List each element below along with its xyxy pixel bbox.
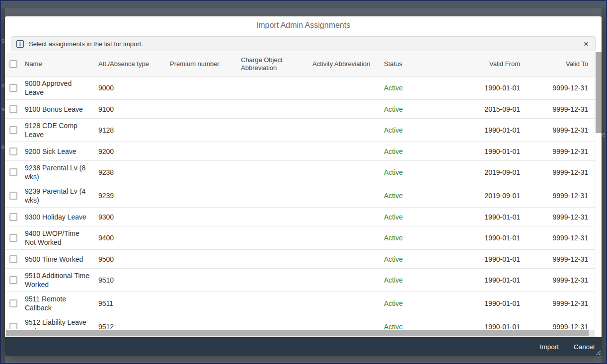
cell-name: 9400 LWOP/Time Not Worked: [25, 226, 98, 249]
row-checkbox[interactable]: [9, 255, 17, 263]
cell-name: 9300 Holiday Leave: [25, 210, 98, 224]
cell-premium-number: [170, 128, 241, 133]
dialog-resize-handle[interactable]: [595, 350, 601, 355]
cell-premium-number: [170, 215, 241, 219]
cell-activity-abbreviation: [312, 278, 384, 283]
cell-premium-number: [170, 257, 241, 262]
cell-premium-number: [170, 170, 241, 175]
cell-activity-abbreviation: [312, 301, 384, 306]
cell-valid-from: 1990-01-01: [449, 273, 520, 287]
vertical-scrollbar-thumb[interactable]: [596, 52, 602, 133]
row-checkbox[interactable]: [9, 105, 17, 113]
cell-valid-to: 9999-12-31: [520, 210, 588, 224]
cell-valid-to: 9999-12-31: [520, 81, 588, 95]
cell-premium-number: [170, 149, 241, 154]
cell-att-absence-type: 9511: [98, 296, 170, 310]
table-row[interactable]: 9100 Bonus Leave 9100 Active 2015-09-01 …: [5, 100, 595, 119]
cell-valid-to: 9999-12-31: [520, 102, 588, 116]
information-icon: i: [16, 40, 24, 48]
row-checkbox[interactable]: [9, 234, 17, 242]
row-checkbox[interactable]: [9, 84, 17, 92]
cell-valid-from: 1990-01-01: [449, 145, 520, 158]
cell-charge-object-abbreviation: [241, 107, 312, 112]
cell-att-absence-type: 9400: [98, 231, 170, 245]
table-row[interactable]: 9510 Additional Time Worked 9510 Active …: [5, 269, 595, 292]
select-all-checkbox[interactable]: [9, 60, 17, 68]
column-header-premium: Premium number: [170, 60, 241, 68]
row-checkbox[interactable]: [9, 192, 17, 200]
table-row[interactable]: 9200 Sick Leave 9200 Active 1990-01-01 9…: [5, 142, 595, 161]
vertical-scrollbar[interactable]: [595, 52, 602, 329]
column-header-name: Name: [25, 60, 98, 68]
row-select-cell: [5, 192, 25, 200]
cell-activity-abbreviation: [312, 235, 384, 240]
cell-charge-object-abbreviation: [241, 128, 312, 133]
table-row[interactable]: 9128 CDE Comp Leave 9128 Active 1990-01-…: [5, 119, 595, 142]
row-checkbox[interactable]: [9, 213, 17, 221]
cell-premium-number: [170, 85, 241, 90]
cell-name: 9000 Approved Leave: [25, 76, 98, 99]
cell-premium-number: [170, 278, 241, 283]
row-checkbox[interactable]: [9, 299, 17, 307]
cell-charge-object-abbreviation: [241, 324, 312, 329]
cell-status: Active: [384, 165, 449, 179]
cell-status: Active: [384, 145, 449, 158]
cell-premium-number: [170, 301, 241, 306]
cell-att-absence-type: 9510: [98, 273, 170, 287]
cancel-button[interactable]: Cancel: [574, 343, 595, 351]
cell-valid-to: 9999-12-31: [520, 189, 588, 203]
backdrop-text-fragment: e: [602, 131, 606, 138]
cell-valid-to: 9999-12-31: [520, 165, 588, 179]
table-row[interactable]: 9511 Remote Callback 9511 Active 1990-01…: [5, 292, 595, 315]
horizontal-scrollbar-thumb[interactable]: [6, 330, 589, 336]
cell-att-absence-type: 9000: [98, 81, 170, 95]
cell-att-absence-type: 9512: [98, 320, 170, 329]
cell-valid-from: 1990-01-01: [449, 320, 520, 329]
row-checkbox[interactable]: [9, 147, 17, 155]
cell-activity-abbreviation: [312, 85, 384, 90]
table-row[interactable]: 9238 Parental Lv (8 wks) 9238 Active 201…: [5, 161, 595, 184]
table-row[interactable]: 9500 Time Worked 9500 Active 1990-01-01 …: [5, 250, 595, 269]
row-checkbox[interactable]: [9, 168, 17, 176]
close-icon[interactable]: ×: [582, 40, 590, 48]
horizontal-scrollbar[interactable]: [6, 330, 595, 337]
row-select-cell: [5, 84, 25, 92]
cell-status: Active: [384, 123, 449, 137]
row-select-cell: [5, 323, 25, 329]
cell-status: Active: [384, 273, 449, 287]
row-checkbox[interactable]: [9, 126, 17, 134]
cell-valid-to: 9999-12-31: [520, 296, 588, 310]
column-header-att-absence: Att./Absence type: [98, 60, 170, 68]
backdrop-app-header: [1, 1, 606, 8]
cell-att-absence-type: 9500: [98, 252, 170, 266]
cell-valid-from: 1990-01-01: [449, 231, 520, 245]
table-row[interactable]: 9000 Approved Leave 9000 Active 1990-01-…: [5, 76, 595, 100]
cell-charge-object-abbreviation: [241, 215, 312, 219]
table-body: 9000 Approved Leave 9000 Active 1990-01-…: [5, 76, 595, 329]
cell-name: 9238 Parental Lv (8 wks): [25, 161, 98, 184]
cell-valid-from: 1990-01-01: [449, 123, 520, 137]
import-admin-assignments-dialog: Import Admin Assignments i Select assign…: [5, 16, 602, 356]
cell-activity-abbreviation: [312, 215, 384, 219]
cell-activity-abbreviation: [312, 257, 384, 262]
cell-charge-object-abbreviation: [241, 149, 312, 154]
table-row[interactable]: 9300 Holiday Leave 9300 Active 1990-01-0…: [5, 208, 595, 226]
row-checkbox[interactable]: [9, 276, 17, 284]
cell-valid-from: 1990-01-01: [449, 252, 520, 266]
row-checkbox[interactable]: [9, 323, 17, 329]
cell-status: Active: [384, 189, 449, 203]
cell-valid-from: 2019-09-01: [449, 189, 520, 203]
cell-att-absence-type: 9239: [98, 189, 170, 203]
cell-name: 9512 Liability Leave Makeup: [25, 315, 98, 329]
table-row[interactable]: 9400 LWOP/Time Not Worked 9400 Active 19…: [5, 226, 595, 250]
cell-name: 9511 Remote Callback: [25, 292, 98, 315]
cell-valid-from: 1990-01-01: [449, 81, 520, 95]
table-row[interactable]: 9239 Parental Lv (4 wks) 9239 Active 201…: [5, 184, 595, 208]
import-button[interactable]: Import: [540, 343, 559, 351]
dialog-title: Import Admin Assignments: [5, 16, 602, 34]
row-select-cell: [5, 126, 25, 134]
row-select-cell: [5, 105, 25, 113]
cell-name: 9239 Parental Lv (4 wks): [25, 184, 98, 207]
table-row[interactable]: 9512 Liability Leave Makeup 9512 Active …: [5, 315, 595, 329]
row-select-cell: [5, 213, 25, 221]
